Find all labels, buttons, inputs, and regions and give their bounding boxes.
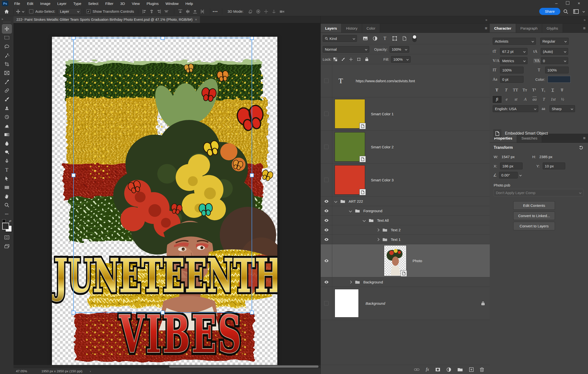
menu-file[interactable]: File xyxy=(11,1,24,6)
visibility-checkbox-off[interactable] xyxy=(324,112,329,116)
type-layer-thumbnail[interactable]: T xyxy=(332,77,349,85)
layer-name[interactable]: Text All xyxy=(377,218,389,222)
subscript-button[interactable]: T₁ xyxy=(539,87,548,94)
vertical-scale-field[interactable]: 100% xyxy=(500,67,524,73)
tool-eyedropper[interactable] xyxy=(2,77,12,86)
layer-name[interactable]: Smart Color 2 xyxy=(371,145,394,149)
layer-name[interactable]: Background xyxy=(363,280,383,284)
lock-pixels-icon[interactable] xyxy=(339,58,347,61)
font-style-dropdown[interactable]: Regular xyxy=(540,38,569,45)
kerning-field[interactable]: Metrics xyxy=(500,57,527,64)
visibility-checkbox-off[interactable] xyxy=(324,79,329,83)
layer-name[interactable]: Smart Color 3 xyxy=(371,178,394,182)
layer-row-group-text-1[interactable]: Text 1 xyxy=(321,235,490,244)
layer-name[interactable]: Foreground xyxy=(363,209,382,213)
fill-field[interactable]: 100% xyxy=(391,56,411,63)
canvas[interactable]: JUNETEENTH JUNETEENTH VIBES VIBES xyxy=(52,37,277,365)
horizontal-scale-field[interactable]: 100% xyxy=(545,67,569,73)
menu-3d[interactable]: 3D xyxy=(117,1,128,6)
layer-row-smart-color-1[interactable]: Smart Color 1 xyxy=(321,97,490,130)
tool-blur[interactable] xyxy=(2,139,12,148)
menu-type[interactable]: Type xyxy=(70,1,85,6)
distribute-middle-icon[interactable] xyxy=(185,9,190,14)
anti-alias-dropdown[interactable]: Sharp xyxy=(550,105,575,112)
all-caps-button[interactable]: TT xyxy=(511,87,520,94)
font-family-dropdown[interactable]: Activists xyxy=(493,38,536,45)
tool-preset-chevron-icon[interactable] xyxy=(22,10,24,13)
layer-row-group-art222[interactable]: ART 222 xyxy=(321,197,490,206)
delete-layer-icon[interactable] xyxy=(480,367,484,372)
eye-icon[interactable] xyxy=(324,209,329,212)
group-expand-chevron-icon[interactable] xyxy=(334,200,337,203)
auto-select-target-dropdown[interactable]: Layer xyxy=(58,8,81,15)
text-color-swatch[interactable] xyxy=(548,76,571,83)
menu-image[interactable]: Image xyxy=(37,1,54,6)
layer-name[interactable]: ART 222 xyxy=(349,199,363,203)
discretionary-ligatures-button[interactable]: st xyxy=(511,96,521,103)
layers-panel-menu-icon[interactable]: ≡ xyxy=(485,26,487,31)
layer-row-group-text-2[interactable]: Text 2 xyxy=(321,225,490,235)
new-group-icon[interactable] xyxy=(457,368,463,372)
tool-healing-brush[interactable] xyxy=(2,86,12,95)
foreground-color-swatch[interactable] xyxy=(2,223,9,230)
tool-brush[interactable] xyxy=(2,95,12,104)
tab-layers[interactable]: Layers xyxy=(321,24,342,33)
group-expand-chevron-icon[interactable] xyxy=(349,209,352,212)
menu-layer[interactable]: Layer xyxy=(54,1,70,6)
group-expand-chevron-icon[interactable] xyxy=(363,219,366,222)
show-transform-checkbox[interactable]: ✓ xyxy=(86,9,91,13)
tool-marquee[interactable] xyxy=(2,33,12,42)
layer-row-group-text-all[interactable]: Text All xyxy=(321,216,490,225)
tool-move[interactable] xyxy=(2,24,12,33)
tool-frame[interactable] xyxy=(2,69,12,77)
layer-row-text[interactable]: T https://www.dafont.com/activists.font xyxy=(321,64,490,97)
x-field[interactable]: 186 px xyxy=(500,163,523,169)
workspace-switcher-icon[interactable] xyxy=(571,9,581,14)
reset-transform-icon[interactable] xyxy=(579,146,583,150)
faux-italic-button[interactable]: T xyxy=(502,87,511,94)
align-left-edges-icon[interactable] xyxy=(142,9,147,14)
angle-field[interactable]: 0.00° xyxy=(499,172,518,178)
3d-pan-icon[interactable] xyxy=(264,9,269,14)
new-adjustment-layer-icon[interactable] xyxy=(447,367,451,372)
superscript-button[interactable]: T¹ xyxy=(529,87,539,94)
tab-character[interactable]: Character xyxy=(490,24,516,33)
filter-type-layers-icon[interactable]: T xyxy=(380,36,390,41)
3d-orbit-icon[interactable] xyxy=(248,9,253,14)
3d-roll-icon[interactable] xyxy=(256,9,261,14)
more-align-options-icon[interactable]: ••• xyxy=(213,9,218,13)
tracking-field[interactable]: 0 xyxy=(541,57,568,64)
filter-adjustment-layers-icon[interactable] xyxy=(370,36,380,41)
swash-button[interactable]: A xyxy=(521,96,530,103)
convert-to-layers-button[interactable]: Convert to Layers xyxy=(513,222,555,230)
document-tab[interactable]: 222- Paint Strokes Metallic Glitter Team… xyxy=(13,16,200,23)
menu-view[interactable]: View xyxy=(128,1,143,6)
y-field[interactable]: 10 px xyxy=(543,163,565,169)
menu-plugins[interactable]: Plugins xyxy=(143,1,162,6)
menu-filter[interactable]: Filter xyxy=(102,1,117,6)
toolbar-collapse-icon[interactable]: » xyxy=(0,16,5,22)
lock-transparency-icon[interactable] xyxy=(331,58,339,61)
group-collapsed-chevron-icon[interactable] xyxy=(376,238,380,241)
titling-alternates-button[interactable]: T xyxy=(539,96,549,103)
tab-glyphs[interactable]: Glyphs xyxy=(542,24,563,33)
layer-row-group-background[interactable]: Background xyxy=(321,277,490,287)
lock-position-icon[interactable] xyxy=(347,58,355,61)
tool-gradient[interactable] xyxy=(2,130,12,139)
window-minimize-button[interactable]: – xyxy=(551,1,562,6)
auto-select-checkbox[interactable] xyxy=(29,9,33,13)
mini-default-colors-icon[interactable] xyxy=(2,219,6,223)
swap-colors-icon[interactable]: ⇄ xyxy=(9,219,11,223)
visibility-checkbox-off[interactable] xyxy=(324,301,329,305)
menu-help[interactable]: Help xyxy=(182,1,196,6)
strikethrough-button[interactable]: T xyxy=(557,87,567,94)
window-restore-button[interactable] xyxy=(562,1,573,6)
visibility-checkbox-off[interactable] xyxy=(324,145,329,149)
eye-icon[interactable] xyxy=(324,238,329,241)
tool-eraser[interactable] xyxy=(2,121,12,130)
convert-to-linked-button[interactable]: Convert to Linked... xyxy=(513,211,555,220)
ordinals-button[interactable]: 1st xyxy=(549,96,558,103)
language-dropdown[interactable]: English: USA xyxy=(493,105,538,112)
character-panel-menu-icon[interactable]: ≡ xyxy=(583,26,586,31)
layer-filter-kind-dropdown[interactable]: Kind xyxy=(323,35,357,42)
